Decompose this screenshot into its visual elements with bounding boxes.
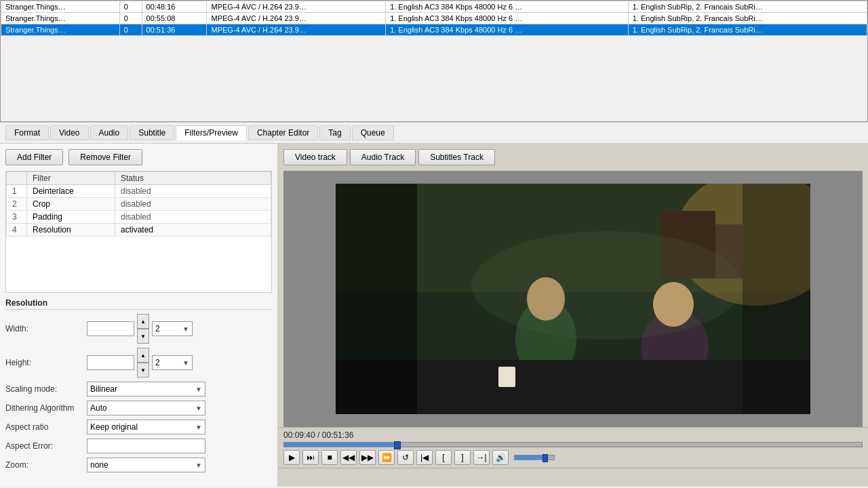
resolution-section-header: Resolution	[5, 298, 272, 310]
file-table-cell: 00:48:16	[142, 1, 207, 13]
video-preview	[336, 184, 810, 414]
progress-bar[interactable]	[283, 442, 863, 447]
progress-thumb[interactable]	[394, 441, 401, 449]
scaling-row: Scaling mode: Bilinear ▼	[5, 382, 272, 396]
filter-num-cell: 3	[7, 211, 27, 224]
play-button[interactable]: ▶	[283, 450, 300, 465]
height-up-button[interactable]: ▲	[137, 348, 149, 363]
width-up-button[interactable]: ▲	[137, 314, 149, 329]
chevron-down-icon: ▼	[182, 325, 189, 333]
right-panel: Video trackAudio TrackSubtitles Track	[278, 144, 868, 487]
filter-status-cell: activated	[115, 224, 271, 237]
filter-table-row[interactable]: 4Resolutionactivated	[7, 224, 271, 237]
tab-queue[interactable]: Queue	[352, 125, 394, 140]
tab-filters-preview[interactable]: Filters/Preview	[176, 125, 247, 140]
width-down-button[interactable]: ▼	[137, 329, 149, 344]
filter-name-cell: Crop	[27, 198, 115, 211]
filter-num-cell: 4	[7, 224, 27, 237]
filter-name-cell: Resolution	[27, 224, 115, 237]
height-step-dropdown[interactable]: 2 ▼	[152, 355, 193, 370]
tab-video[interactable]: Video	[50, 125, 88, 140]
left-panel: Add Filter Remove Filter Filter Status 1…	[0, 144, 278, 487]
tab-tag[interactable]: Tag	[319, 125, 350, 140]
rewind-button[interactable]: ◀◀	[340, 450, 357, 465]
svg-rect-11	[743, 184, 810, 414]
aspect-error-label: Aspect Error:	[5, 441, 87, 451]
frame-step-button[interactable]: ⏩	[378, 450, 395, 465]
aspect-ratio-dropdown[interactable]: Keep original ▼	[87, 420, 205, 434]
height-row: Height: 640 ▲ ▼ 2 ▼	[5, 348, 272, 378]
file-table-row[interactable]: Stranger.Things…000:48:16MPEG-4 AVC / H.…	[1, 1, 867, 13]
remove-filter-button[interactable]: Remove Filter	[68, 149, 142, 165]
volume-fill	[515, 455, 542, 460]
dithering-label: Dithering Algorithm	[5, 403, 87, 413]
dithering-row: Dithering Algorithm Auto ▼	[5, 401, 272, 415]
volume-button[interactable]: 🔊	[492, 450, 509, 465]
track-button-audio-track[interactable]: Audio Track	[350, 149, 416, 165]
mark-out-button[interactable]: ]	[454, 450, 471, 465]
dithering-dropdown[interactable]: Auto ▼	[87, 401, 205, 415]
height-down-button[interactable]: ▼	[137, 363, 149, 378]
loop-button[interactable]: ↺	[397, 450, 414, 465]
stop-button[interactable]: ■	[321, 450, 338, 465]
main-content: Add Filter Remove Filter Filter Status 1…	[0, 144, 868, 487]
zoom-dropdown[interactable]: none ▼	[87, 458, 205, 472]
filter-num-cell: 2	[7, 198, 27, 211]
aspect-ratio-row: Aspect ratio Keep original ▼	[5, 420, 272, 434]
aspect-error-input[interactable]: 0.0000	[87, 439, 205, 453]
file-table-cell: Stranger.Things…	[1, 13, 120, 24]
file-table-cell: MPEG-4 AVC / H.264 23.9…	[207, 24, 386, 36]
file-table-container: Stranger.Things…000:48:16MPEG-4 AVC / H.…	[0, 0, 868, 122]
file-table-cell: Stranger.Things…	[1, 1, 120, 13]
resolution-panel: Resolution Width: 1280 ▲ ▼ 2 ▼	[0, 293, 277, 487]
tab-format[interactable]: Format	[5, 125, 49, 140]
fast-forward-button[interactable]: ▶▶	[359, 450, 376, 465]
height-control-group: 640 ▲ ▼ 2 ▼	[87, 348, 193, 378]
zoom-label: Zoom:	[5, 460, 87, 470]
chevron-down-icon5: ▼	[195, 424, 202, 431]
tab-audio[interactable]: Audio	[90, 125, 129, 140]
goto-start-button[interactable]: |◀	[416, 450, 433, 465]
file-table-row[interactable]: Stranger.Things…000:51:36MPEG-4 AVC / H.…	[1, 24, 867, 36]
tab-chapter-editor[interactable]: Chapter Editor	[248, 125, 318, 140]
filter-table-row[interactable]: 3Paddingdisabled	[7, 211, 271, 224]
track-button-video-track[interactable]: Video track	[283, 149, 347, 165]
playback-controls: ▶ ⏭ ■ ◀◀ ▶▶ ⏩ ↺ |◀ [ ] →| 🔊	[283, 450, 863, 465]
filter-buttons-row: Add Filter Remove Filter	[0, 144, 277, 171]
file-table-row[interactable]: Stranger.Things…000:55:08MPEG-4 AVC / H.…	[1, 13, 867, 24]
filter-status-cell: disabled	[115, 185, 271, 198]
time-display: 00:09:40 / 00:51:36	[283, 430, 863, 440]
track-buttons-row: Video trackAudio TrackSubtitles Track	[278, 144, 868, 171]
track-button-subtitles-track[interactable]: Subtitles Track	[418, 149, 495, 165]
next-frame-button[interactable]: ⏭	[302, 450, 319, 465]
file-table-cell: 00:55:08	[142, 13, 207, 24]
file-table-cell: 1. English SubRip, 2. Francais SubRi…	[628, 24, 867, 36]
controls-bar: 00:09:40 / 00:51:36 ▶ ⏭ ■ ◀◀ ▶▶ ⏩ ↺ |◀ […	[278, 427, 868, 468]
file-table-cell: 1. English AC3 384 Kbps 48000 Hz 6 …	[386, 1, 629, 13]
width-step-dropdown[interactable]: 2 ▼	[152, 321, 193, 336]
volume-thumb[interactable]	[542, 454, 548, 462]
volume-slider[interactable]	[514, 455, 555, 460]
height-input[interactable]: 640	[87, 355, 134, 370]
filter-name-cell: Deinterlace	[27, 185, 115, 198]
width-row: Width: 1280 ▲ ▼ 2 ▼	[5, 314, 272, 344]
width-input[interactable]: 1280	[87, 321, 134, 336]
chevron-down-icon4: ▼	[195, 405, 202, 412]
scaling-dropdown[interactable]: Bilinear ▼	[87, 382, 205, 396]
file-table-cell: 1. English SubRip, 2. Francais SubRi…	[628, 1, 867, 13]
tab-subtitle[interactable]: Subtitle	[130, 125, 174, 140]
mark-in-button[interactable]: [	[435, 450, 452, 465]
add-filter-button[interactable]: Add Filter	[5, 149, 63, 165]
extract-button[interactable]: →|	[473, 450, 490, 465]
scaling-label: Scaling mode:	[5, 384, 87, 394]
filter-table-row[interactable]: 2Cropdisabled	[7, 198, 271, 211]
progress-fill	[284, 443, 394, 447]
svg-rect-13	[498, 367, 515, 387]
chevron-down-icon6: ▼	[195, 462, 202, 469]
file-table-cell: 1. English AC3 384 Kbps 48000 Hz 6 …	[386, 13, 629, 24]
svg-rect-10	[336, 184, 417, 414]
col-num-header	[7, 172, 27, 185]
file-table-cell: Stranger.Things…	[1, 24, 120, 36]
filter-table-row[interactable]: 1Deinterlacedisabled	[7, 185, 271, 198]
file-table-cell: 1. English SubRip, 2. Francais SubRi…	[628, 13, 867, 24]
